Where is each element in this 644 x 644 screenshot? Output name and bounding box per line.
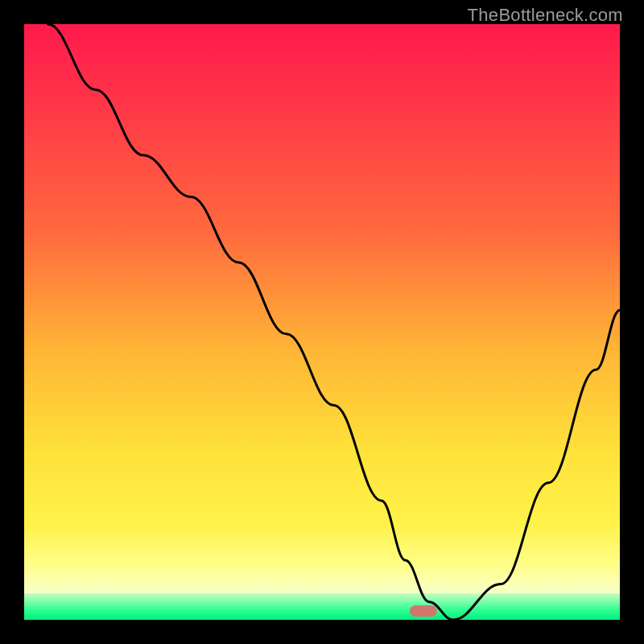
- watermark-text: TheBottleneck.com: [468, 5, 623, 26]
- bottleneck-curve: [24, 24, 620, 620]
- chart-frame: TheBottleneck.com: [0, 0, 644, 644]
- plot-area: [24, 24, 620, 620]
- optimum-marker: [410, 605, 437, 617]
